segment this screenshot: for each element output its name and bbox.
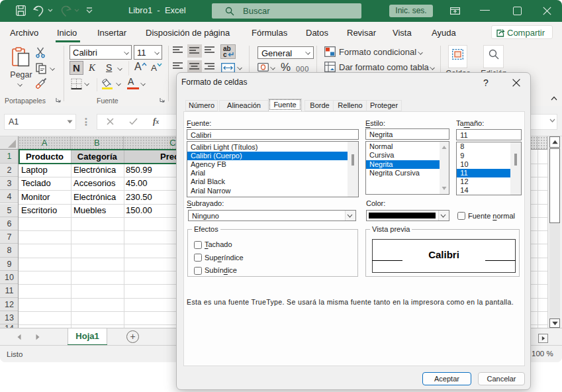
svg-text:c: c <box>223 51 227 58</box>
